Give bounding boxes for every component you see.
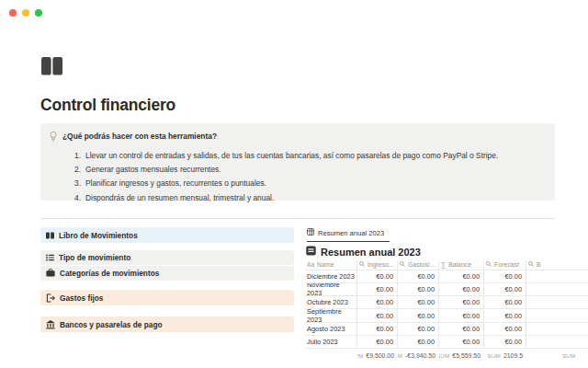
divider [40, 218, 555, 219]
sum-empty-cell [305, 349, 357, 362]
row-value-cell[interactable]: €0.00 [398, 283, 439, 296]
row-empty-cell[interactable] [526, 336, 588, 349]
page-link-label: Categorías de movimientos [60, 269, 159, 278]
row-name-cell[interactable]: Septiembre 2023 [305, 309, 357, 322]
row-empty-cell[interactable] [526, 309, 588, 322]
page-link-categorias-de-movimientos[interactable]: Categorías de movimientos [40, 266, 294, 281]
open-book-icon [46, 232, 54, 239]
bulleted-list-icon [46, 254, 54, 261]
row-value-cell[interactable]: €0.00 [484, 270, 526, 283]
page-open-book-icon[interactable] [40, 56, 63, 80]
row-value-cell[interactable]: €0.00 [439, 336, 484, 349]
page-link-label: Gastos fijos [60, 293, 104, 303]
sum-cell-balance[interactable]: SUM €5,559.50 [439, 349, 484, 362]
row-value-cell[interactable]: €0.00 [439, 309, 484, 322]
formula-sigma-icon: ∑ [441, 260, 446, 269]
page-link-label: Bancos y pasarelas de pago [60, 320, 163, 329]
table-sum-row: SUM €9,500.00 SUM -€3,940.50 SUM €5,559.… [305, 349, 588, 362]
page-link-label: Tipo de movimiento [59, 253, 130, 262]
column-header-b[interactable]: B [526, 260, 588, 270]
row-value-cell[interactable]: €0.00 [398, 296, 439, 309]
row-value-cell[interactable]: €0.00 [439, 283, 484, 296]
database-title-text: Resumen anual 2023 [321, 247, 421, 258]
callout: ¿Qué podrás hacer con esta herramienta? … [40, 123, 555, 201]
row-empty-cell[interactable] [526, 296, 588, 309]
page-link-tipo-de-movimiento[interactable]: Tipo de movimiento [40, 250, 294, 265]
list-item: 4. Dispondrás de un resumen mensual, tri… [40, 191, 555, 205]
tab-label: Resumen anual 2023 [318, 229, 384, 237]
sum-cell-forecast[interactable]: SUM 2109.5 [484, 349, 526, 362]
table-row: Agosto 2023 €0.00 €0.00 €0.00 €0.00 [305, 323, 588, 336]
row-value-cell[interactable]: €0.00 [484, 309, 526, 322]
row-value-cell[interactable]: €0.00 [398, 323, 439, 336]
row-value-cell[interactable]: €0.00 [439, 296, 484, 309]
row-value-cell[interactable]: €0.00 [398, 309, 439, 322]
magnifier-icon [486, 261, 492, 268]
column-header-gastos[interactable]: Gastos/... [398, 260, 439, 270]
callout-numbered-list: 1. Llevar un control de entradas y salid… [40, 149, 555, 205]
magnifier-icon [359, 261, 365, 268]
table-header-row: Aa Name Ingreso... Gastos/... ∑ Balance … [305, 260, 588, 270]
lightbulb-icon [49, 130, 58, 146]
column-header-ingreso[interactable]: Ingreso... [357, 260, 398, 270]
ledger-icon [306, 246, 316, 258]
briefcase-icon [46, 269, 55, 277]
sum-cell-ingreso[interactable]: SUM €9,500.00 [357, 349, 398, 362]
table-view-icon [307, 228, 314, 237]
magnifier-icon [528, 261, 534, 268]
column-header-name[interactable]: Aa Name [305, 260, 357, 270]
table-row: Septiembre 2023 €0.00 €0.00 €0.00 €0.00 [305, 309, 588, 322]
row-empty-cell[interactable] [526, 323, 588, 336]
row-name-cell[interactable]: Noviembre 2023 [305, 283, 357, 296]
tab-resumen-anual-2023[interactable]: Resumen anual 2023 [307, 228, 390, 242]
row-name-cell[interactable]: Octubre 2023 [305, 296, 357, 309]
row-value-cell[interactable]: €0.00 [357, 270, 398, 283]
table-row: Julio 2023 €0.00 €0.00 €0.00 €0.00 [305, 336, 588, 349]
door-exit-icon [46, 293, 55, 303]
row-name-cell[interactable]: Julio 2023 [305, 336, 357, 349]
table-row: Octubre 2023 €0.00 €0.00 €0.00 €0.00 [305, 296, 588, 309]
sum-cell-b[interactable]: SUM [526, 349, 588, 362]
list-item: 2. Generar gastos mensuales recurrentes. [40, 163, 555, 177]
page-link-gastos-fijos[interactable]: Gastos fijos [40, 290, 294, 305]
table-row: Noviembre 2023 €0.00 €0.00 €0.00 €0.00 [305, 283, 588, 296]
zoom-window-button[interactable] [35, 9, 42, 17]
row-empty-cell[interactable] [526, 270, 588, 283]
row-value-cell[interactable]: €0.00 [398, 270, 439, 283]
window-controls [9, 9, 42, 17]
page-title: Control financiero [40, 96, 175, 115]
row-value-cell[interactable]: €0.00 [484, 283, 526, 296]
column-header-forecast[interactable]: Forecast [484, 260, 526, 270]
row-value-cell[interactable]: €0.00 [484, 296, 526, 309]
row-value-cell[interactable]: €0.00 [357, 309, 398, 322]
close-window-button[interactable] [9, 9, 17, 17]
row-value-cell[interactable]: €0.00 [357, 323, 398, 336]
table-row: Diciembre 2023 €0.00 €0.00 €0.00 €0.00 [305, 270, 588, 283]
bank-icon [46, 320, 55, 329]
list-item: 3. Planificar ingresos y gastos, recurre… [40, 177, 555, 190]
summary-table: Aa Name Ingreso... Gastos/... ∑ Balance … [305, 260, 588, 362]
row-empty-cell[interactable] [526, 283, 588, 296]
callout-heading: ¿Qué podrás hacer con esta herramienta? [62, 132, 217, 141]
database-title: Resumen anual 2023 [306, 246, 421, 258]
row-value-cell[interactable]: €0.00 [357, 283, 398, 296]
row-value-cell[interactable]: €0.00 [484, 323, 526, 336]
page-link-libro-de-movimientos[interactable]: Libro de Movimientos [40, 227, 294, 243]
column-header-balance[interactable]: ∑ Balance [439, 260, 484, 270]
row-value-cell[interactable]: €0.00 [357, 336, 398, 349]
magnifier-icon [400, 261, 405, 268]
row-value-cell[interactable]: €0.00 [398, 336, 439, 349]
page-link-bancos-y-pasarelas[interactable]: Bancos y pasarelas de pago [40, 316, 294, 332]
sum-cell-gastos[interactable]: SUM -€3,940.50 [398, 349, 439, 362]
page-link-label: Libro de Movimientos [59, 231, 138, 240]
row-name-cell[interactable]: Agosto 2023 [305, 323, 357, 336]
row-value-cell[interactable]: €0.00 [357, 296, 398, 309]
text-property-icon: Aa [307, 261, 314, 268]
row-value-cell[interactable]: €0.00 [484, 336, 526, 349]
row-name-cell[interactable]: Diciembre 2023 [305, 270, 357, 283]
row-value-cell[interactable]: €0.00 [439, 270, 484, 283]
minimize-window-button[interactable] [22, 9, 29, 17]
row-value-cell[interactable]: €0.00 [439, 323, 484, 336]
list-item: 1. Llevar un control de entradas y salid… [40, 149, 555, 163]
